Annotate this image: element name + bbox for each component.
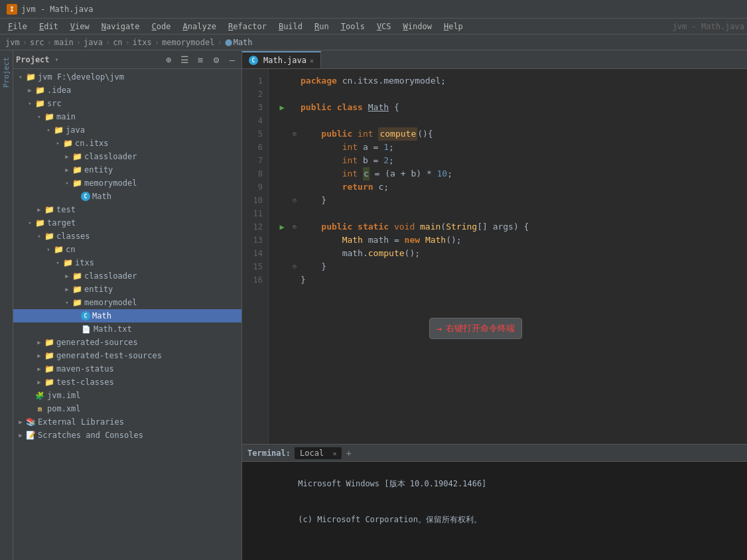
breadcrumb-main[interactable]: main <box>54 38 74 47</box>
menu-navigate[interactable]: Navigate <box>96 21 145 33</box>
tree-arrow-classloader-target[interactable]: ▶ <box>62 271 72 281</box>
tree-arrow-java[interactable]: ▾ <box>44 125 53 135</box>
tree-arrow-itxs-target[interactable]: ▾ <box>53 258 62 267</box>
tree-arrow-scratches[interactable]: ▶ <box>16 431 25 440</box>
settings-btn[interactable]: ⚙ <box>210 53 223 66</box>
menu-tools[interactable]: Tools <box>336 21 370 33</box>
tree-item-main[interactable]: ▾ 📁 main <box>13 110 241 123</box>
tree-arrow-external-libs[interactable]: ▶ <box>16 417 25 427</box>
tree-item-math-txt[interactable]: 📄 Math.txt <box>13 322 241 336</box>
tree-arrow-classloader[interactable]: ▶ <box>62 152 72 161</box>
tree-arrow-test-classes[interactable]: ▶ <box>34 378 44 387</box>
tree-item-entity-target[interactable]: ▶ 📁 entity <box>13 283 241 296</box>
terminal-close-btn[interactable]: ✕ <box>328 450 336 457</box>
menu-analyze[interactable]: Analyze <box>178 21 222 33</box>
tree-item-memorymodel-src[interactable]: ▾ 📁 memorymodel <box>13 176 241 190</box>
tree-item-src[interactable]: ▾ 📁 src <box>13 97 241 110</box>
tree-arrow-cn-itxs[interactable]: ▾ <box>53 139 62 148</box>
breadcrumb-math[interactable]: Math <box>234 38 253 47</box>
tree-item-cn-itxs[interactable]: ▾ 📁 cn.itxs <box>13 137 241 150</box>
tree-item-math-src[interactable]: C Math <box>13 190 241 203</box>
run-arrow-3[interactable]: ▶ <box>279 101 284 114</box>
tree-item-target[interactable]: ▾ 📁 target <box>13 216 241 230</box>
tree-item-classes[interactable]: ▾ 📁 classes <box>13 230 241 243</box>
brace-3: { <box>394 101 399 114</box>
tree-item-jvm[interactable]: ▾ 📁 jvm F:\develop\jvm <box>13 70 241 84</box>
menu-build[interactable]: Build <box>273 21 308 33</box>
tree-arrow-memorymodel-target[interactable]: ▾ <box>62 298 72 307</box>
tree-item-generated-sources[interactable]: ▶ 📁 generated-sources <box>13 336 241 349</box>
breadcrumb-src[interactable]: src <box>30 38 44 47</box>
tree-item-maven-status[interactable]: ▶ 📁 maven-status <box>13 362 241 376</box>
locate-file-btn[interactable]: ⊕ <box>162 53 175 66</box>
project-toolbar: Project ▾ ⊕ ☰ ≡ ⚙ — <box>13 50 241 69</box>
tree-arrow-test[interactable]: ▶ <box>34 205 44 214</box>
code-content[interactable]: package cn.itxs.memorymodel; ▶ public cl… <box>269 69 747 444</box>
tree-item-test[interactable]: ▶ 📁 test <box>13 203 241 216</box>
tree-item-generated-test-sources[interactable]: ▶ 📁 generated-test-sources <box>13 349 241 362</box>
gutter-3[interactable]: ▶ <box>277 102 287 113</box>
tree-arrow-generated-test-sources[interactable]: ▶ <box>34 351 44 360</box>
tree-item-entity[interactable]: ▶ 📁 entity <box>13 163 241 176</box>
tree-arrow-math-class <box>72 311 81 320</box>
tree-item-external-libs[interactable]: ▶ 📚 External Libraries <box>13 415 241 429</box>
expand-all-btn[interactable]: ≡ <box>194 53 207 66</box>
tree-item-test-classes[interactable]: ▶ 📁 test-classes <box>13 376 241 389</box>
tree-item-cn[interactable]: ▾ 📁 cn <box>13 243 241 256</box>
breadcrumb-memorymodel[interactable]: memorymodel <box>162 38 214 47</box>
tree-item-jvm-iml[interactable]: 🧩 jvm.iml <box>13 389 241 402</box>
tree-arrow-src[interactable]: ▾ <box>25 99 34 108</box>
menu-file[interactable]: File <box>3 21 33 33</box>
breadcrumb-java[interactable]: java <box>84 38 103 47</box>
project-sidebar: Project ▾ ⊕ ☰ ≡ ⚙ — ▾ 📁 jvm F:\develop\j… <box>13 50 242 560</box>
tree-item-idea[interactable]: ▶ 📁 .idea <box>13 84 241 97</box>
lambda-12[interactable]: ⊕ <box>290 220 299 234</box>
tree-item-classloader[interactable]: ▶ 📁 classloader <box>13 150 241 163</box>
breadcrumb-cn[interactable]: cn <box>113 38 122 47</box>
project-vertical-label[interactable]: Project <box>0 50 13 94</box>
tree-arrow-main[interactable]: ▾ <box>34 112 44 121</box>
gutter-12[interactable]: ▶ <box>277 222 287 232</box>
menu-edit[interactable]: Edit <box>34 21 64 33</box>
tree-item-scratches[interactable]: ▶ 📝 Scratches and Consoles <box>13 429 241 442</box>
collapse-all-btn[interactable]: ☰ <box>178 53 191 66</box>
tree-arrow-target[interactable]: ▾ <box>25 218 34 228</box>
run-arrow-12[interactable]: ▶ <box>279 220 284 234</box>
tree-arrow-entity[interactable]: ▶ <box>62 165 72 175</box>
menu-code[interactable]: Code <box>147 21 176 33</box>
breadcrumb-jvm[interactable]: jvm <box>5 38 20 47</box>
breadcrumb-itxs[interactable]: itxs <box>133 38 152 47</box>
tree-item-java[interactable]: ▾ 📁 java <box>13 123 241 137</box>
menu-vcs[interactable]: VCS <box>372 21 397 33</box>
tree-arrow-generated-sources[interactable]: ▶ <box>34 338 44 347</box>
lambda-10[interactable]: ⊖ <box>290 194 299 207</box>
project-panel-label: Project <box>16 55 50 64</box>
lambda-5[interactable]: ⊕ <box>290 127 299 141</box>
minimize-btn[interactable]: — <box>226 53 239 66</box>
terminal-tab-local[interactable]: Local ✕ <box>295 447 342 459</box>
tree-arrow-memorymodel-src[interactable]: ▾ <box>62 178 72 188</box>
tree-arrow-jvm[interactable]: ▾ <box>16 72 25 82</box>
tree-item-pom[interactable]: m pom.xml <box>13 402 241 415</box>
tree-item-classloader-target[interactable]: ▶ 📁 classloader <box>13 269 241 283</box>
tab-close-btn[interactable]: ✕ <box>310 57 314 64</box>
tree-arrow-idea[interactable]: ▶ <box>25 86 34 95</box>
menu-window[interactable]: Window <box>398 21 437 33</box>
terminal-add-btn[interactable]: + <box>346 448 351 458</box>
menu-run[interactable]: Run <box>309 21 334 33</box>
tree-arrow-maven-status[interactable]: ▶ <box>34 364 44 374</box>
menu-help[interactable]: Help <box>439 21 468 33</box>
tab-math-java[interactable]: C Math.java ✕ <box>242 51 321 68</box>
menu-refactor[interactable]: Refactor <box>223 21 272 33</box>
kw-new: new <box>405 234 420 247</box>
menu-view[interactable]: View <box>65 21 95 33</box>
tree-arrow-classes[interactable]: ▾ <box>34 232 44 241</box>
tree-item-itxs-target[interactable]: ▾ 📁 itxs <box>13 256 241 269</box>
tree-arrow-cn[interactable]: ▾ <box>44 245 53 254</box>
project-dropdown-arrow[interactable]: ▾ <box>55 56 59 63</box>
tree-item-memorymodel-target[interactable]: ▾ 📁 memorymodel <box>13 296 241 309</box>
terminal-content[interactable]: Microsoft Windows [版本 10.0.19042.1466] (… <box>242 462 747 560</box>
tree-arrow-entity-target[interactable]: ▶ <box>62 285 72 294</box>
tree-item-math-class[interactable]: C Math <box>13 309 241 322</box>
lambda-15[interactable]: ⊖ <box>290 260 299 273</box>
